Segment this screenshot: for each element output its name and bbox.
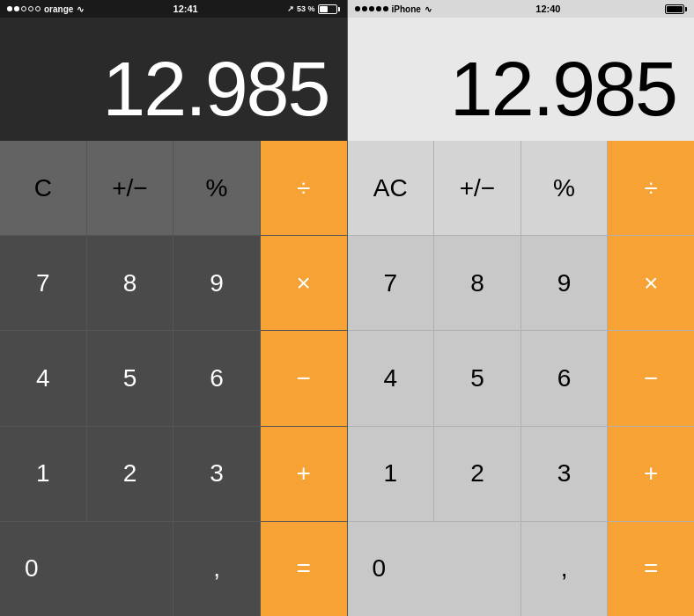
btn-3-left[interactable]: 3 bbox=[174, 427, 260, 521]
nav-arrow-left: ↗ bbox=[287, 4, 294, 13]
btn-2-left[interactable]: 2 bbox=[87, 427, 174, 521]
btn-2-right[interactable]: 2 bbox=[434, 427, 520, 521]
status-bar-right: iPhone ∿ 12:40 bbox=[348, 0, 695, 18]
btn-9-right[interactable]: 9 bbox=[521, 236, 608, 330]
btn-c[interactable]: C bbox=[0, 141, 86, 235]
battery-body-left bbox=[318, 4, 337, 14]
btn-multiply-right[interactable]: × bbox=[608, 236, 694, 330]
btn-1-right[interactable]: 1 bbox=[348, 427, 434, 521]
dot3r bbox=[369, 6, 374, 11]
battery-right bbox=[665, 4, 687, 14]
status-right-right bbox=[665, 4, 687, 14]
status-bar-left: orange ∿ 12:41 ↗ 53 % bbox=[0, 0, 347, 18]
time-right: 12:40 bbox=[535, 4, 560, 14]
dot4r bbox=[376, 6, 381, 11]
phone-right: iPhone ∿ 12:40 12.985 AC +/− % ÷ 7 8 9 ×… bbox=[348, 0, 695, 616]
display-right: 12.985 bbox=[348, 18, 695, 141]
btn-equals-right[interactable]: = bbox=[608, 522, 694, 616]
dot1 bbox=[7, 6, 12, 11]
dot1r bbox=[355, 6, 360, 11]
btn-plus-right[interactable]: + bbox=[608, 427, 694, 521]
button-grid-right: AC +/− % ÷ 7 8 9 × 4 5 6 − 1 2 3 + 0 , = bbox=[348, 141, 695, 616]
battery-body-right bbox=[665, 4, 684, 14]
battery-fill-left bbox=[320, 6, 329, 12]
btn-7-left[interactable]: 7 bbox=[0, 236, 86, 330]
button-grid-left: C +/− % ÷ 7 8 9 × 4 5 6 − 1 2 3 + 0 , = bbox=[0, 141, 347, 616]
btn-sign-left[interactable]: +/− bbox=[87, 141, 174, 235]
btn-comma-left[interactable]: , bbox=[174, 522, 260, 616]
display-left: 12.985 bbox=[0, 18, 347, 141]
status-right-left: ↗ 53 % bbox=[287, 4, 340, 14]
battery-tip-right bbox=[685, 7, 687, 11]
dot5 bbox=[35, 6, 41, 11]
status-left-left: orange ∿ bbox=[7, 4, 84, 14]
btn-minus-left[interactable]: − bbox=[261, 331, 347, 425]
btn-ac[interactable]: AC bbox=[348, 141, 434, 235]
signal-dots-right bbox=[355, 6, 388, 11]
dot4 bbox=[28, 6, 33, 11]
btn-8-left[interactable]: 8 bbox=[87, 236, 174, 330]
btn-5-left[interactable]: 5 bbox=[87, 331, 174, 425]
battery-left bbox=[318, 4, 340, 14]
display-number-left: 12.985 bbox=[102, 50, 329, 128]
battery-percent-left: 53 % bbox=[297, 4, 315, 13]
btn-percent-right[interactable]: % bbox=[521, 141, 608, 235]
btn-3-right[interactable]: 3 bbox=[521, 427, 608, 521]
btn-plus-left[interactable]: + bbox=[261, 427, 347, 521]
dot2 bbox=[14, 6, 19, 11]
battery-tip-left bbox=[338, 7, 340, 11]
btn-minus-right[interactable]: − bbox=[608, 331, 694, 425]
status-left-right: iPhone ∿ bbox=[355, 4, 432, 14]
btn-4-right[interactable]: 4 bbox=[348, 331, 434, 425]
btn-7-right[interactable]: 7 bbox=[348, 236, 434, 330]
btn-sign-right[interactable]: +/− bbox=[434, 141, 520, 235]
carrier-right: iPhone bbox=[392, 4, 421, 14]
btn-divide-right[interactable]: ÷ bbox=[608, 141, 694, 235]
btn-9-left[interactable]: 9 bbox=[174, 236, 260, 330]
wifi-icon-left: ∿ bbox=[77, 4, 84, 14]
btn-6-right[interactable]: 6 bbox=[521, 331, 608, 425]
btn-8-right[interactable]: 8 bbox=[434, 236, 520, 330]
btn-0-right[interactable]: 0 bbox=[348, 522, 520, 616]
dot5r bbox=[383, 6, 388, 11]
carrier-left: orange bbox=[44, 4, 73, 14]
btn-divide-left[interactable]: ÷ bbox=[261, 141, 347, 235]
btn-comma-right[interactable]: , bbox=[521, 522, 608, 616]
dot2r bbox=[362, 6, 367, 11]
time-left: 12:41 bbox=[174, 4, 198, 14]
battery-fill-right bbox=[667, 6, 683, 12]
phone-left: orange ∿ 12:41 ↗ 53 % 12.985 C +/− % ÷ 7… bbox=[0, 0, 348, 616]
btn-1-left[interactable]: 1 bbox=[0, 427, 86, 521]
display-number-right: 12.985 bbox=[450, 50, 676, 128]
btn-5-right[interactable]: 5 bbox=[434, 331, 520, 425]
wifi-icon-right: ∿ bbox=[425, 4, 432, 14]
btn-6-left[interactable]: 6 bbox=[174, 331, 260, 425]
btn-multiply-left[interactable]: × bbox=[261, 236, 347, 330]
btn-4-left[interactable]: 4 bbox=[0, 331, 86, 425]
dot3 bbox=[21, 6, 26, 11]
signal-dots-left bbox=[7, 6, 41, 11]
btn-0-left[interactable]: 0 bbox=[0, 522, 173, 616]
btn-percent-left[interactable]: % bbox=[174, 141, 260, 235]
btn-equals-left[interactable]: = bbox=[261, 522, 347, 616]
